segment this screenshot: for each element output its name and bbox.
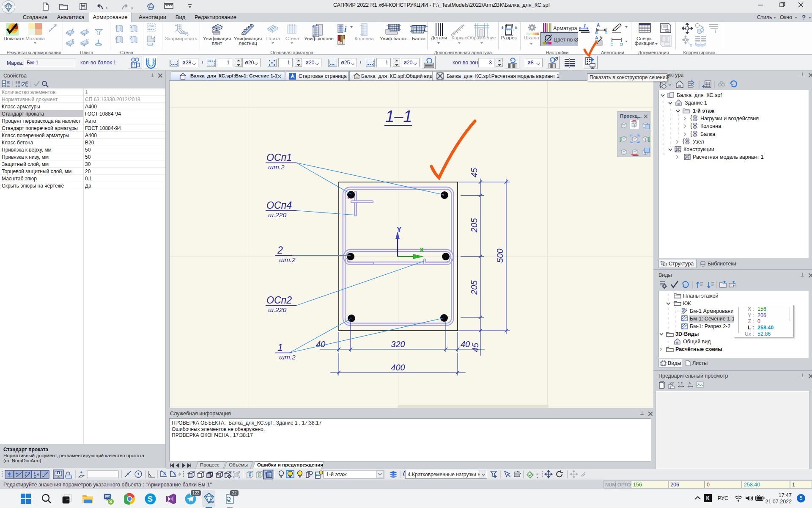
svg-text:1–1: 1–1 <box>385 108 412 125</box>
svg-text:шт.2: шт.2 <box>279 353 296 361</box>
svg-text:A: A <box>689 381 691 385</box>
svg-text:ОСп2: ОСп2 <box>266 295 292 306</box>
svg-text:45: 45 <box>469 168 479 177</box>
svg-text:40: 40 <box>316 340 325 349</box>
svg-text:Y: Y <box>173 472 176 476</box>
svg-text:X: X <box>163 472 166 476</box>
svg-text:1.2: 1.2 <box>678 381 683 385</box>
svg-text:A: A <box>597 23 600 28</box>
svg-text:205: 205 <box>469 280 479 295</box>
svg-text:205: 205 <box>469 218 479 232</box>
svg-text:max: max <box>148 24 154 28</box>
svg-text:l: l <box>715 28 716 33</box>
svg-text:22: 22 <box>210 500 214 504</box>
svg-text:шт.2: шт.2 <box>279 256 296 263</box>
svg-text:I: I <box>583 23 586 29</box>
svg-text:ОСп4: ОСп4 <box>266 200 292 211</box>
svg-text:ш.220: ш.220 <box>268 211 286 218</box>
svg-text:шт.2: шт.2 <box>268 163 285 171</box>
svg-text:X: X <box>420 246 424 253</box>
svg-text:Z: Z <box>129 35 132 41</box>
svg-text:1-й этаж: 1-й этаж <box>326 472 347 478</box>
svg-text:ОСп1: ОСп1 <box>266 152 292 163</box>
svg-text:Y: Y <box>397 226 402 234</box>
svg-text:{: { <box>659 81 661 88</box>
svg-text:400: 400 <box>391 363 405 372</box>
svg-text:45: 45 <box>471 342 480 352</box>
svg-text:S: S <box>148 495 153 503</box>
svg-text:40: 40 <box>461 340 470 349</box>
svg-text:Z: Z <box>115 35 118 41</box>
svg-text:2: 2 <box>277 245 283 256</box>
svg-text:1: 1 <box>277 342 283 353</box>
svg-text:320: 320 <box>391 340 405 349</box>
svg-text:i: i <box>344 25 347 33</box>
svg-text:X: X <box>71 28 74 33</box>
svg-text:X: X <box>71 39 74 43</box>
svg-text:X: X <box>115 24 118 30</box>
svg-text:500: 500 <box>495 248 505 262</box>
svg-text:ш.220: ш.220 <box>268 306 286 313</box>
svg-text:X: X <box>129 24 133 30</box>
